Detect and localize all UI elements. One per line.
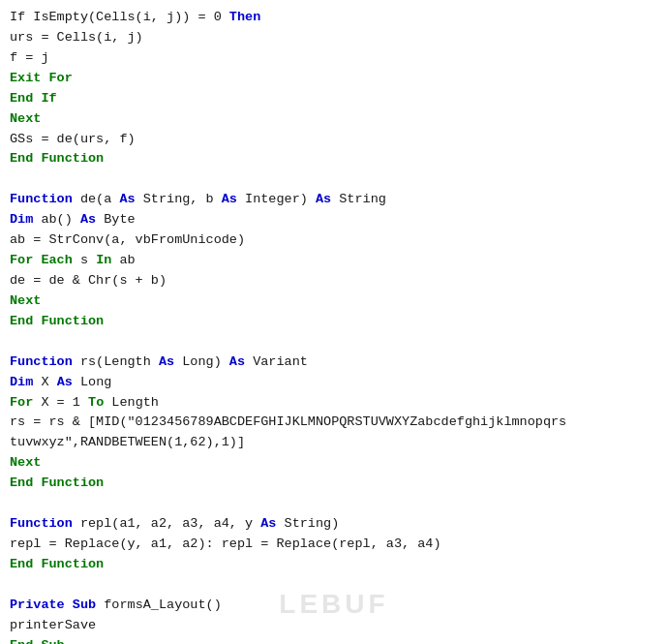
code-token: printerSave	[10, 618, 96, 632]
code-token: Exit	[10, 71, 49, 85]
code-line: GSs = de(urs, f)	[10, 130, 658, 150]
code-token: Dim	[10, 212, 33, 227]
code-token: ab()	[33, 212, 80, 227]
code-token: Byte	[96, 212, 136, 227]
code-token: Sub	[73, 598, 96, 612]
code-token: In	[96, 253, 111, 267]
code-token: As	[260, 516, 276, 531]
code-token: For	[10, 395, 33, 410]
code-line: Dim ab() As Byte	[10, 210, 658, 230]
code-line: ab = StrConv(a, vbFromUnicode)	[10, 230, 658, 251]
code-token	[65, 598, 73, 612]
code-token: End Sub	[10, 638, 65, 644]
code-line: Next	[10, 291, 658, 312]
code-line: End Function	[10, 149, 658, 169]
code-token: Long	[73, 375, 112, 389]
code-line: repl = Replace(y, a1, a2): repl = Replac…	[10, 535, 658, 555]
code-line: Private Sub formsA_Layout()	[10, 596, 658, 616]
code-token: For Each	[10, 253, 73, 267]
code-token: As	[316, 192, 331, 206]
code-line: printerSave	[10, 616, 658, 636]
code-token: Next	[10, 293, 41, 308]
code-line: de = de & Chr(s + b)	[10, 271, 658, 291]
code-token: de = de & Chr(s + b)	[10, 273, 167, 288]
code-line: End Sub	[10, 636, 658, 644]
code-line: tuvwxyz",RANDBETWEEN(1,62),1)]	[10, 433, 658, 453]
code-line: If IsEmpty(Cells(i, j)) = 0 Then	[10, 8, 658, 28]
code-line: End Function	[10, 312, 658, 332]
code-token: String, b	[136, 192, 222, 206]
code-line: Function de(a As String, b As Integer) A…	[10, 190, 658, 210]
code-line: For Each s In ab	[10, 251, 658, 271]
code-token: As	[159, 354, 174, 369]
code-line: f = j	[10, 48, 658, 69]
code-token: If IsEmpty(Cells(i, j)) = 0	[10, 10, 229, 24]
code-line: urs = Cells(i, j)	[10, 28, 658, 48]
code-editor: If IsEmpty(Cells(i, j)) = 0 Thenurs = Ce…	[10, 8, 658, 644]
code-token: End Function	[10, 475, 104, 490]
code-token: urs = Cells(i, j)	[10, 30, 143, 45]
code-line: Exit For	[10, 69, 658, 89]
code-line: For X = 1 To Length	[10, 393, 658, 414]
code-token: de(a	[73, 192, 120, 206]
code-token: f = j	[10, 50, 49, 65]
code-token: Variant	[245, 354, 308, 369]
code-token: s	[73, 253, 96, 267]
code-token: repl(a1, a2, a3, a4, y	[73, 516, 260, 531]
code-token: Next	[10, 111, 41, 126]
code-token: Next	[10, 455, 41, 470]
code-line: Next	[10, 453, 658, 474]
code-token: Dim	[10, 375, 33, 389]
code-token: tuvwxyz",RANDBETWEEN(1,62),1)]	[10, 435, 245, 449]
code-line: Next	[10, 109, 658, 130]
code-token: End Function	[10, 557, 104, 571]
code-line: End Function	[10, 474, 658, 494]
code-token: Function	[10, 192, 73, 206]
code-token: For	[49, 71, 73, 85]
code-token: rs(Length	[73, 354, 159, 369]
code-line	[10, 575, 658, 596]
code-token: As	[229, 354, 245, 369]
code-line	[10, 169, 658, 190]
code-line: Dim X As Long	[10, 373, 658, 393]
code-token: Then	[229, 10, 260, 24]
code-token: GSs = de(urs, f)	[10, 132, 136, 146]
code-token: String	[331, 192, 386, 206]
code-token: repl = Replace(y, a1, a2): repl = Replac…	[10, 537, 441, 551]
code-token: Long)	[174, 354, 229, 369]
code-token: End If	[10, 91, 57, 106]
code-token: formsA_Layout()	[96, 598, 222, 612]
code-line: Function repl(a1, a2, a3, a4, y As Strin…	[10, 514, 658, 535]
code-token: To	[88, 395, 104, 410]
code-token: As	[119, 192, 135, 206]
code-line: End If	[10, 89, 658, 109]
code-token: As	[222, 192, 237, 206]
code-token: Function	[10, 516, 73, 531]
code-token: Private	[10, 598, 65, 612]
code-token: ab	[111, 253, 135, 267]
code-token: X	[33, 375, 56, 389]
code-line	[10, 494, 658, 514]
code-token: Length	[104, 395, 159, 410]
code-token: rs = rs & [MID("0123456789ABCDEFGHIJKLMN…	[10, 414, 566, 429]
code-token: String)	[276, 516, 339, 531]
code-line: End Function	[10, 555, 658, 575]
code-token: Function	[10, 354, 73, 369]
code-token: End Function	[10, 314, 104, 328]
code-line: rs = rs & [MID("0123456789ABCDEFGHIJKLMN…	[10, 413, 658, 433]
code-token: X = 1	[33, 395, 88, 410]
code-line: Function rs(Length As Long) As Variant	[10, 353, 658, 373]
code-token: Integer)	[237, 192, 316, 206]
code-token: End Function	[10, 151, 104, 166]
code-line	[10, 332, 658, 353]
code-token: As	[80, 212, 96, 227]
code-token: As	[57, 375, 73, 389]
code-token: ab = StrConv(a, vbFromUnicode)	[10, 232, 245, 247]
